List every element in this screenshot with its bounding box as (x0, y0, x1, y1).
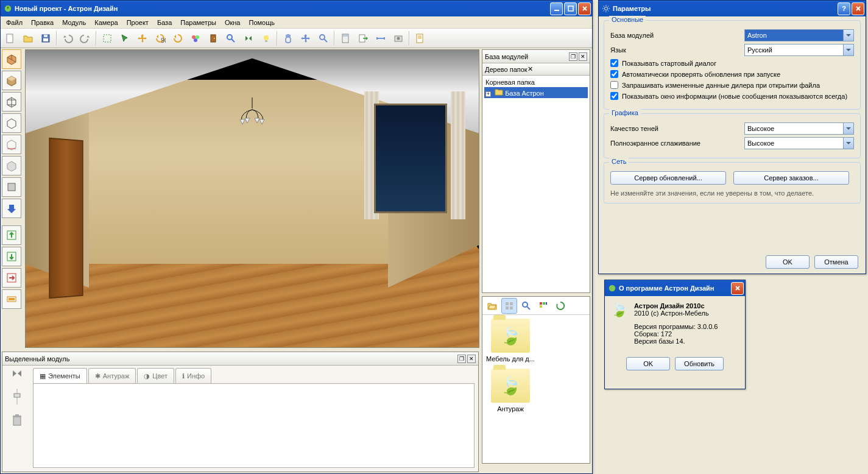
light-icon[interactable] (258, 30, 275, 47)
undo-icon[interactable] (59, 30, 76, 47)
chk-show-start[interactable]: Показывать стартовый диалог (610, 59, 854, 67)
checkbox[interactable] (610, 81, 618, 89)
btn-cancel[interactable]: Отмена (814, 255, 858, 269)
color-icon[interactable] (187, 30, 204, 47)
zoom-icon[interactable] (222, 30, 239, 47)
close-button[interactable] (578, 2, 591, 15)
menu-edit[interactable]: Правка (27, 18, 58, 27)
selected-panel-header[interactable]: Выделенный модуль ❐ ✕ (2, 352, 478, 366)
expand-icon[interactable]: + (485, 91, 491, 97)
redo-icon[interactable] (77, 30, 94, 47)
rect-orange-icon[interactable] (2, 289, 21, 309)
select-shadow-quality[interactable]: Высокое (744, 122, 854, 135)
thumb-furniture[interactable]: 🍃 Мебель для д... (486, 319, 535, 363)
checkbox[interactable] (610, 70, 618, 78)
cube-shaded-icon[interactable] (2, 71, 21, 90)
mirror2-icon[interactable] (10, 367, 24, 381)
close-button[interactable] (731, 282, 744, 295)
maximize-button[interactable] (564, 2, 577, 15)
chevron-down-icon[interactable] (843, 123, 853, 134)
btn-about-ok[interactable]: OK (626, 357, 670, 370)
svg-point-35 (523, 302, 528, 307)
thumb-entourage[interactable]: 🍃 Антураж (486, 369, 535, 412)
move-icon[interactable] (134, 30, 151, 47)
view-large-icon[interactable] (501, 298, 517, 314)
tree-close-icon[interactable]: ✕ (528, 65, 533, 73)
folder-open-icon[interactable] (484, 298, 500, 314)
undock-icon[interactable]: ❐ (457, 355, 466, 363)
menu-base[interactable]: База (153, 18, 176, 27)
cursor-icon[interactable] (116, 30, 133, 47)
calc-icon[interactable] (337, 30, 354, 47)
pan-icon[interactable] (280, 30, 297, 47)
menu-project[interactable]: Проект (122, 18, 153, 27)
chk-ask-dealer[interactable]: Запрашивать измененные данные дилера при… (610, 81, 854, 89)
panel-close-icon[interactable]: ✕ (579, 52, 587, 61)
view-grid-icon[interactable] (535, 298, 551, 314)
panel-close-icon[interactable]: ✕ (467, 355, 476, 363)
dimensions-icon[interactable] (372, 30, 389, 47)
menu-params[interactable]: Параметры (176, 18, 221, 27)
slider-icon[interactable] (10, 387, 24, 407)
menu-module[interactable]: Модуль (58, 18, 90, 27)
arrow-right-red-icon[interactable] (2, 268, 21, 288)
tree-root[interactable]: Корневая папка (484, 77, 588, 87)
checkbox[interactable] (610, 92, 618, 100)
zoom2-icon[interactable] (315, 30, 332, 47)
cube-ghost-icon[interactable] (2, 156, 21, 175)
3d-viewport[interactable] (25, 49, 479, 348)
tab-info[interactable]: ℹИнфо (175, 368, 211, 383)
arrow-down-green-icon[interactable] (2, 247, 21, 266)
trash-icon[interactable] (11, 413, 23, 428)
open-icon[interactable] (19, 30, 37, 47)
cube-dim-icon[interactable] (2, 135, 21, 154)
rotate-icon[interactable] (169, 30, 186, 47)
snapshot-icon[interactable] (390, 30, 407, 47)
menu-file[interactable]: Файл (2, 18, 27, 27)
chevron-down-icon[interactable] (843, 138, 853, 149)
arrow-down-blue-icon[interactable] (2, 199, 21, 218)
help-button[interactable]: ? (838, 2, 850, 15)
cube-wire2-icon[interactable] (2, 113, 21, 133)
tab-elements[interactable]: ▦Элементы (33, 368, 87, 383)
select-fsaa[interactable]: Высокое (744, 137, 854, 149)
close-button[interactable] (852, 2, 864, 15)
door-icon[interactable] (205, 30, 222, 47)
view-refresh-icon[interactable] (552, 298, 568, 314)
export-icon[interactable] (355, 30, 372, 47)
btn-about-update[interactable]: Обновить (675, 357, 724, 370)
select-module-base[interactable]: Astron (744, 29, 854, 41)
menu-windows[interactable]: Окна (221, 18, 245, 27)
arrow-up-green-icon[interactable] (2, 225, 21, 245)
new-icon[interactable] (2, 30, 19, 47)
chk-auto-update[interactable]: Автоматически проверять обновления при з… (610, 70, 854, 78)
select-rect-icon[interactable] (99, 30, 116, 47)
cube-solid-icon[interactable] (2, 49, 21, 69)
cube-wire-icon[interactable] (2, 92, 21, 111)
save-icon[interactable] (37, 30, 54, 47)
report-icon[interactable] (412, 30, 429, 47)
params-titlebar[interactable]: Параметры ? (599, 1, 866, 16)
cube-front-icon[interactable] (2, 177, 21, 197)
chevron-down-icon[interactable] (843, 44, 853, 55)
btn-update-server[interactable]: Сервер обновлений... (610, 171, 726, 185)
chk-show-info[interactable]: Показывать окно информации (новые сообще… (610, 92, 854, 100)
chevron-down-icon[interactable] (843, 30, 853, 41)
rotate90-icon[interactable]: 90 (152, 30, 169, 47)
menu-camera[interactable]: Камера (90, 18, 122, 27)
about-titlebar[interactable]: О программе Астрон Дизайн (605, 280, 745, 296)
btn-ok[interactable]: OK (766, 255, 810, 269)
undock-icon[interactable]: ❐ (569, 52, 577, 61)
tree-node-astron[interactable]: + База Астрон (484, 87, 588, 98)
tab-entourage[interactable]: ✱Антураж (88, 368, 136, 383)
btn-order-server[interactable]: Сервер заказов... (733, 171, 849, 185)
checkbox[interactable] (610, 59, 618, 67)
tab-color[interactable]: ◑Цвет (137, 368, 174, 383)
menu-help[interactable]: Помощь (244, 18, 279, 27)
select-lang[interactable]: Русский (744, 44, 854, 56)
search-icon[interactable] (518, 298, 534, 314)
minimize-button[interactable] (550, 2, 563, 15)
modules-panel-header[interactable]: База модулей ❐ ✕ (482, 50, 590, 63)
orbit-icon[interactable] (297, 30, 314, 47)
mirror-icon[interactable] (240, 30, 257, 47)
